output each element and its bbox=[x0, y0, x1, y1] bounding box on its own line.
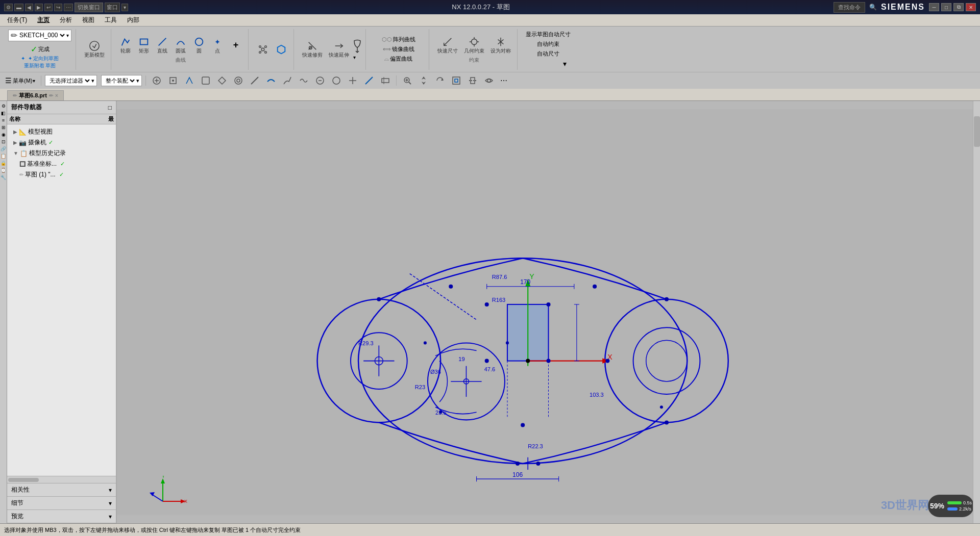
tb2-pan-btn[interactable] bbox=[416, 74, 431, 87]
undo-btn[interactable]: ↩ bbox=[44, 4, 53, 11]
sketch-select[interactable]: SKETCH_000 bbox=[17, 31, 66, 39]
array-curve-btn[interactable]: ⬡⬡ 阵列曲线 bbox=[380, 35, 418, 44]
expand-model-view-icon[interactable]: ▶ bbox=[13, 129, 17, 135]
tb2-icon-4[interactable] bbox=[199, 74, 213, 87]
tb2-icon-6[interactable] bbox=[231, 74, 246, 87]
tb2-fit-btn[interactable] bbox=[449, 74, 463, 87]
lp-icon6[interactable]: 🔗 bbox=[1, 146, 7, 152]
tb2-icon-14[interactable] bbox=[362, 74, 376, 87]
tb2-icon-7[interactable] bbox=[248, 74, 262, 87]
assembly-select[interactable]: 整个装配 bbox=[104, 77, 136, 84]
nav-detail-header[interactable]: 细节 ▾ bbox=[7, 497, 116, 509]
window-menu[interactable]: 窗口 bbox=[105, 3, 120, 12]
tree-camera[interactable]: ▶ 📷 摄像机 ✓ bbox=[7, 137, 116, 148]
auto-dim-btn[interactable]: 自动尺寸 bbox=[535, 49, 561, 59]
detail-expand-icon[interactable]: ▾ bbox=[109, 500, 112, 507]
quick-extend-btn[interactable]: 快速延伸 bbox=[327, 39, 351, 60]
menu-view[interactable]: 视图 bbox=[77, 15, 100, 25]
menu-home[interactable]: 主页 bbox=[32, 15, 55, 25]
extra-menu[interactable]: ⋯ bbox=[64, 4, 73, 11]
quick-trim-btn[interactable]: 快速修剪 bbox=[300, 39, 325, 60]
nav-related-header[interactable]: 相关性 ▾ bbox=[7, 483, 116, 496]
arc-btn[interactable]: 圆弧 bbox=[173, 35, 189, 56]
tb2-icon-15[interactable] bbox=[378, 74, 393, 87]
menu-icon[interactable]: ▬ bbox=[14, 4, 23, 11]
switch-window[interactable]: 切换窗口 bbox=[75, 3, 103, 12]
menu-btn-2[interactable]: ☰ 菜单(M) ▾ bbox=[3, 75, 37, 86]
menu-internal[interactable]: 内部 bbox=[122, 15, 144, 25]
menu-analysis[interactable]: 分析 bbox=[55, 15, 77, 25]
close-btn[interactable]: ✕ bbox=[966, 3, 976, 11]
lp-icon8[interactable]: 🔒 bbox=[1, 160, 7, 166]
restore-btn[interactable]: ⧉ bbox=[953, 3, 964, 11]
lp-icon9[interactable]: ⌚ bbox=[1, 167, 7, 173]
tree-model-view[interactable]: ▶ 📐 模型视图 bbox=[7, 126, 116, 137]
lp-icon2[interactable]: ≡ bbox=[1, 117, 7, 123]
viewport-vscroll[interactable] bbox=[973, 101, 980, 523]
show-sketch-dim-btn[interactable]: 显示草图自动尺寸 bbox=[524, 30, 573, 39]
app-icon[interactable]: ⚙ bbox=[4, 4, 13, 11]
tb2-icon-10[interactable] bbox=[297, 74, 311, 87]
forward-btn[interactable]: ▶ bbox=[35, 4, 43, 11]
tb2-icon-2[interactable] bbox=[166, 74, 180, 87]
sketch-name-dropdown[interactable]: ✏ SKETCH_000 ▾ bbox=[8, 30, 71, 41]
tree-sketch[interactable]: ✏ 草图 (1) "... ✓ bbox=[7, 169, 116, 180]
sketch-tab[interactable]: ✏ 草图6.8.prt ✏ × bbox=[7, 90, 64, 100]
search-input-area[interactable]: 查找命令 bbox=[834, 2, 865, 13]
search-icon[interactable]: 🔍 bbox=[869, 4, 877, 11]
curve-dropdown-btn[interactable]: ▾ bbox=[353, 38, 361, 60]
tb2-rotate-btn[interactable] bbox=[433, 74, 447, 87]
window-controls[interactable]: ─ □ ⧉ ✕ bbox=[929, 3, 976, 11]
vscroll-thumb[interactable] bbox=[974, 116, 980, 147]
finish-btn[interactable]: ✓ 完成 bbox=[29, 43, 52, 55]
circle-btn[interactable]: 圆 bbox=[191, 35, 207, 56]
lp-icon1[interactable]: ◧ bbox=[1, 110, 7, 116]
auto-constraint-btn[interactable]: 自动约束 bbox=[535, 39, 561, 49]
orient-to-sketch-btn[interactable]: ✦✦ 定向到草图 bbox=[21, 55, 59, 62]
tree-model-history[interactable]: ▼ 📋 模型历史记录 bbox=[7, 148, 116, 159]
expand-camera-icon[interactable]: ▶ bbox=[13, 140, 17, 145]
more-curve-btn[interactable]: + bbox=[228, 39, 244, 52]
menu-tools[interactable]: 工具 bbox=[100, 15, 122, 25]
tb2-view-btn[interactable] bbox=[482, 74, 496, 87]
tb2-icon-9[interactable] bbox=[280, 74, 295, 87]
tree-datum-csys[interactable]: 🔲 基准坐标... ✓ bbox=[7, 159, 116, 169]
assembly-dropdown[interactable]: 整个装配 ▾ bbox=[101, 75, 142, 86]
molecule-btn[interactable] bbox=[255, 43, 271, 56]
expand-history-icon[interactable]: ▼ bbox=[13, 150, 18, 156]
lp-icon4[interactable]: ◉ bbox=[1, 132, 7, 138]
nav-pin-btn[interactable]: □ bbox=[108, 104, 112, 111]
expand-right-btn[interactable]: ▾ bbox=[556, 59, 573, 69]
preview-expand-icon[interactable]: ▾ bbox=[109, 513, 112, 520]
update-model-btn[interactable]: 更新模型 bbox=[82, 39, 107, 60]
profile-btn[interactable]: 轮廓 bbox=[117, 35, 134, 56]
point-btn[interactable]: 点 bbox=[209, 35, 226, 56]
tb2-icon-8[interactable] bbox=[264, 74, 278, 87]
redo-btn[interactable]: ↪ bbox=[54, 4, 62, 11]
nav-hscroll-thumb[interactable] bbox=[8, 478, 39, 482]
tb2-icon-12[interactable] bbox=[329, 74, 344, 87]
offset-curve-btn[interactable]: ⌓ 偏置曲线 bbox=[382, 54, 414, 64]
lp-icon7[interactable]: 📋 bbox=[1, 153, 7, 159]
nav-preview-header[interactable]: 预览 ▾ bbox=[7, 510, 116, 523]
title-left-icons[interactable]: ⚙ ▬ ◀ ▶ ↩ ↪ ⋯ 切换窗口 窗口 ▾ bbox=[4, 3, 128, 12]
tb2-section-btn[interactable] bbox=[465, 74, 480, 87]
extra-btn[interactable]: ▾ bbox=[121, 4, 128, 11]
nav-hscroll[interactable] bbox=[7, 476, 116, 483]
rapid-dim-btn[interactable]: 快速尺寸 bbox=[435, 35, 460, 56]
related-expand-icon[interactable]: ▾ bbox=[109, 487, 112, 494]
tb2-icon-1[interactable] bbox=[150, 74, 164, 87]
menu-task[interactable]: 任务(T) bbox=[2, 15, 32, 25]
maximize-btn[interactable]: □ bbox=[941, 3, 951, 11]
tb2-icon-13[interactable] bbox=[346, 74, 360, 87]
filter-dropdown[interactable]: 无选择过滤器 ▾ bbox=[45, 75, 97, 86]
lp-settings-icon[interactable]: ⚙ bbox=[1, 103, 7, 109]
line-btn[interactable]: 直线 bbox=[154, 35, 170, 56]
lp-icon10[interactable]: 🔧 bbox=[1, 174, 7, 181]
tb2-zoom-btn[interactable] bbox=[400, 74, 414, 87]
lp-icon3[interactable]: ⊞ bbox=[1, 124, 7, 131]
set-sym-btn[interactable]: 设为对称 bbox=[488, 35, 513, 56]
rect-btn[interactable]: 矩形 bbox=[136, 35, 152, 56]
viewport[interactable]: X Y 170 106 R87.6 R29.3 Ø36 R23 bbox=[117, 101, 980, 523]
tb2-icon-3[interactable] bbox=[182, 74, 197, 87]
